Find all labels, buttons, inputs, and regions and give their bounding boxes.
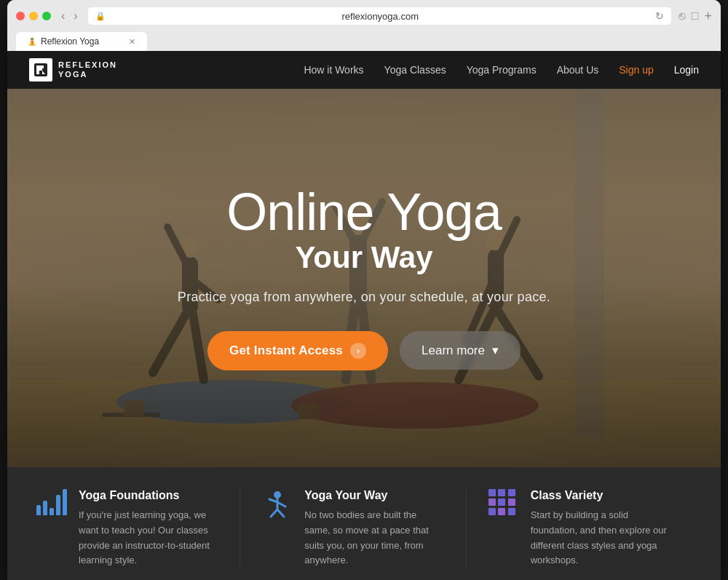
- bookmark-button[interactable]: □: [692, 9, 699, 23]
- class-variety-text: Class Variety Start by building a solid …: [531, 489, 670, 568]
- bar-2: [43, 501, 47, 515]
- yoga-foundations-title: Yoga Foundations: [79, 489, 218, 502]
- hero-title-sub: Your Way: [178, 241, 550, 274]
- feature-class-variety: Class Variety Start by building a solid …: [467, 489, 692, 568]
- class-variety-title: Class Variety: [531, 489, 670, 502]
- navbar: REFLEXION YOGA How it Works Yoga Classes…: [7, 51, 721, 89]
- url-text: reflexionyoga.com: [110, 11, 651, 22]
- feature-yoga-your-way: Yoga Your Way No two bodies are built th…: [240, 489, 466, 568]
- grid-cell-3: [508, 489, 515, 496]
- share-button[interactable]: ⎋: [678, 9, 686, 23]
- yoga-foundations-desc: If you're just learning yoga, we want to…: [79, 508, 218, 568]
- grid-cell-7: [488, 508, 496, 515]
- person-yoga-icon: [262, 489, 293, 520]
- svg-line-34: [277, 502, 285, 506]
- hero-content: Online Yoga Your Way Practice yoga from …: [178, 186, 550, 370]
- grid-cell-4: [488, 498, 496, 506]
- bar-5: [63, 489, 67, 515]
- svg-line-33: [269, 499, 277, 502]
- grid-cell-9: [508, 508, 515, 515]
- feature-yoga-foundations: Yoga Foundations If you're just learning…: [36, 489, 240, 568]
- cta-primary-label: Get Instant Access: [229, 343, 343, 358]
- grid-cell-6: [508, 498, 515, 506]
- grid-cell-5: [498, 498, 505, 506]
- website-content: REFLEXION YOGA How it Works Yoga Classes…: [7, 51, 721, 580]
- class-variety-desc: Start by building a solid foundation, an…: [531, 508, 670, 568]
- yoga-your-way-desc: No two bodies are built the same, so mov…: [304, 508, 443, 568]
- get-instant-access-button[interactable]: Get Instant Access ›: [207, 331, 388, 370]
- lock-icon: 🔒: [95, 12, 106, 21]
- tab-close-icon[interactable]: ✕: [129, 37, 135, 47]
- grid-icon: [488, 489, 516, 515]
- active-tab[interactable]: 🧘 Reflexion Yoga ✕: [16, 32, 147, 51]
- grid-cell-2: [498, 489, 505, 496]
- logo-text: REFLEXION YOGA: [58, 60, 117, 79]
- browser-chrome: ‹ › 🔒 reflexionyoga.com ↻ ⎋ □ + 🧘 Reflex…: [7, 0, 721, 51]
- logo[interactable]: REFLEXION YOGA: [29, 58, 117, 82]
- tab-favicon: 🧘: [28, 38, 36, 46]
- chevron-down-icon: ▾: [492, 343, 499, 358]
- yoga-your-way-icon: [262, 489, 293, 523]
- cta-secondary-label: Learn more: [422, 343, 485, 358]
- svg-line-36: [277, 509, 284, 517]
- nav-yoga-classes[interactable]: Yoga Classes: [384, 64, 446, 76]
- features-section: Yoga Foundations If you're just learning…: [7, 467, 721, 580]
- nav-how-it-works[interactable]: How it Works: [304, 64, 363, 76]
- bar-4: [56, 495, 60, 515]
- tab-title: Reflexion Yoga: [41, 36, 99, 47]
- nav-sign-up[interactable]: Sign up: [619, 64, 653, 76]
- yoga-foundations-icon: [36, 489, 67, 515]
- yoga-your-way-title: Yoga Your Way: [304, 489, 443, 502]
- nav-login[interactable]: Login: [674, 64, 699, 76]
- svg-line-35: [271, 509, 277, 517]
- logo-icon: [29, 58, 52, 82]
- yoga-your-way-text: Yoga Your Way No two bodies are built th…: [304, 489, 443, 568]
- arrow-icon: ›: [350, 343, 366, 359]
- nav-about-us[interactable]: About Us: [557, 64, 599, 76]
- grid-cell-8: [498, 508, 505, 515]
- hero-title-main: Online Yoga: [178, 186, 550, 238]
- grid-cell-1: [488, 489, 496, 496]
- browser-window: ‹ › 🔒 reflexionyoga.com ↻ ⎋ □ + 🧘 Reflex…: [7, 0, 721, 580]
- back-button[interactable]: ‹: [58, 9, 68, 23]
- minimize-button[interactable]: [29, 12, 38, 20]
- bar-3: [50, 508, 54, 515]
- reload-button[interactable]: ↻: [655, 10, 664, 22]
- traffic-lights: [16, 12, 51, 20]
- address-bar[interactable]: 🔒 reflexionyoga.com ↻: [88, 7, 671, 25]
- learn-more-button[interactable]: Learn more ▾: [400, 331, 521, 370]
- class-variety-icon: [488, 489, 519, 515]
- yoga-foundations-text: Yoga Foundations If you're just learning…: [79, 489, 218, 568]
- forward-button[interactable]: ›: [71, 9, 80, 23]
- new-tab-button[interactable]: +: [704, 9, 712, 24]
- close-button[interactable]: [16, 12, 25, 20]
- maximize-button[interactable]: [42, 12, 51, 20]
- svg-rect-3: [36, 68, 42, 71]
- bar-1: [36, 505, 41, 515]
- hero-subtitle: Practice yoga from anywhere, on your sch…: [178, 290, 550, 305]
- hero-section: Online Yoga Your Way Practice yoga from …: [7, 89, 721, 467]
- hero-buttons: Get Instant Access › Learn more ▾: [178, 331, 550, 370]
- nav-links: How it Works Yoga Classes Yoga Programs …: [304, 64, 699, 76]
- bars-chart-icon: [36, 489, 67, 515]
- nav-yoga-programs[interactable]: Yoga Programs: [467, 64, 537, 76]
- svg-rect-2: [36, 65, 44, 68]
